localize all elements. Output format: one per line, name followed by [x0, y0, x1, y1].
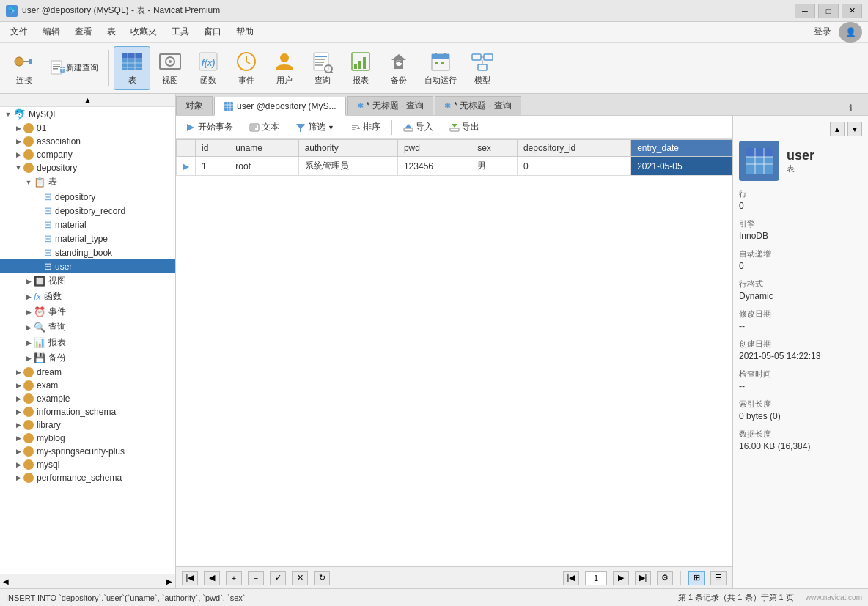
info-icon[interactable]: ℹ [849, 103, 853, 114]
sidebar-item-perf-schema[interactable]: ▶ performance_schema [0, 471, 175, 484]
toolbar-table[interactable]: 表 [114, 46, 150, 90]
sidebar-item-views-folder[interactable]: ▶ 🔲 视图 [0, 273, 175, 289]
nav-add-button[interactable]: + [226, 571, 242, 585]
sidebar-item-tables-folder[interactable]: ▼ 📋 表 [0, 174, 175, 190]
nav-last-page-button[interactable]: ▶| [635, 571, 651, 585]
sidebar-item-depository[interactable]: ▼ depository [0, 161, 175, 174]
cell-sex[interactable]: 男 [471, 157, 518, 176]
sidebar-item-tbl-depository-record[interactable]: ⊞ depository_record [0, 204, 175, 218]
info-scroll-up-button[interactable]: ▲ [830, 122, 845, 136]
sidebar-item-exam[interactable]: ▶ exam [0, 379, 175, 392]
cell-id[interactable]: 1 [196, 157, 229, 176]
sidebar-scroll-up[interactable]: ▲ [0, 94, 175, 107]
cell-authority[interactable]: 系统管理员 [298, 157, 397, 176]
nav-discard-button[interactable]: ✕ [292, 571, 308, 585]
toolbar-query[interactable]: 查询 [304, 46, 341, 90]
nav-page-settings-button[interactable]: ⚙ [657, 571, 673, 585]
menu-edit[interactable]: 编辑 [35, 23, 67, 41]
list-view-button[interactable]: ☰ [710, 571, 727, 585]
sidebar-item-springsecurity[interactable]: ▶ my-springsecurity-plus [0, 445, 175, 458]
sidebar-item-event-folder[interactable]: ▶ ⏰ 事件 [0, 304, 175, 319]
menu-table[interactable]: 表 [100, 23, 123, 41]
cell-entry-date[interactable]: 2021-05-05 [631, 157, 732, 176]
begin-tx-button[interactable]: 开始事务 [179, 118, 240, 136]
sidebar-item-backup-folder[interactable]: ▶ 💾 备份 [0, 350, 175, 366]
sidebar-item-dream[interactable]: ▶ dream [0, 366, 175, 379]
sidebar-arrow-right[interactable]: ▶ [166, 577, 172, 585]
sidebar-label-mysql-db: mysql [37, 459, 59, 470]
menu-favorites[interactable]: 收藏夹 [123, 23, 164, 41]
nav-next-page-button[interactable]: ▶ [613, 571, 629, 585]
sidebar-item-func-folder[interactable]: ▶ fx 函数 [0, 289, 175, 304]
sidebar-item-mysql[interactable]: ▼ 🐬 MySQL [0, 107, 175, 122]
tab-user-table[interactable]: user @depository (MyS... [214, 97, 346, 116]
col-header-uname[interactable]: uname [229, 140, 298, 157]
sidebar-item-library[interactable]: ▶ library [0, 418, 175, 432]
nav-refresh-button[interactable]: ↻ [314, 571, 330, 585]
toolbar-report[interactable]: 报表 [342, 46, 379, 90]
sidebar-item-mysql-db[interactable]: ▶ mysql [0, 458, 175, 471]
menu-help[interactable]: 帮助 [229, 23, 261, 41]
sidebar-item-tbl-material[interactable]: ⊞ material [0, 218, 175, 232]
import-button[interactable]: 导入 [397, 118, 440, 136]
toolbar-user[interactable]: 用户 [266, 46, 303, 90]
sidebar-item-tbl-standing-book[interactable]: ⊞ standing_book [0, 245, 175, 259]
export-button[interactable]: 导出 [443, 118, 486, 136]
tab-scroll-right[interactable]: ⋯ [857, 104, 865, 114]
toolbar-model[interactable]: 模型 [464, 46, 501, 90]
toolbar-backup[interactable]: 备份 [380, 46, 417, 90]
close-button[interactable]: ✕ [842, 4, 862, 18]
page-input[interactable] [585, 571, 607, 585]
import-icon [403, 122, 413, 133]
sidebar-item-report-folder[interactable]: ▶ 📊 报表 [0, 335, 175, 350]
toolbar-new-query[interactable]: + 新建查询 [44, 57, 104, 79]
toolbar-schedule[interactable]: 自动运行 [419, 46, 463, 90]
col-header-id[interactable]: id [196, 140, 229, 157]
toolbar-event[interactable]: 事件 [228, 46, 265, 90]
cell-pwd[interactable]: 123456 [397, 157, 471, 176]
sidebar-item-myblog[interactable]: ▶ myblog [0, 432, 175, 445]
col-header-entry-date[interactable]: entry_date [631, 140, 732, 157]
cell-depository-id[interactable]: 0 [517, 157, 630, 176]
sidebar-item-query-folder[interactable]: ▶ 🔍 查询 [0, 319, 175, 335]
sidebar-item-tbl-user[interactable]: ⊞ user [0, 259, 175, 273]
sidebar-arrow-left[interactable]: ◀ [3, 577, 9, 585]
sidebar-item-company[interactable]: ▶ company [0, 148, 175, 161]
nav-first-button[interactable]: |◀ [182, 571, 198, 585]
nav-confirm-button[interactable]: ✓ [270, 571, 286, 585]
sort-button[interactable]: 排序 [344, 118, 387, 136]
col-header-depository-id[interactable]: depository_id [517, 140, 630, 157]
sidebar-item-tbl-material-type[interactable]: ⊞ material_type [0, 232, 175, 245]
tab-object[interactable]: 对象 [176, 96, 213, 115]
filter-button[interactable]: 筛选 ▼ [289, 118, 341, 136]
tab-query1[interactable]: ✱ * 无标题 - 查询 [347, 96, 434, 115]
nav-prev-button[interactable]: ◀ [204, 571, 220, 585]
col-header-sex[interactable]: sex [471, 140, 518, 157]
text-button[interactable]: 文本 [243, 118, 286, 136]
toolbar-connect[interactable]: 连接 [6, 46, 43, 90]
sidebar-item-example[interactable]: ▶ example [0, 392, 175, 405]
db-icon-infschema [23, 407, 34, 417]
toolbar-function[interactable]: f(x) 函数 [190, 46, 227, 90]
menu-window[interactable]: 窗口 [196, 23, 229, 41]
maximize-button[interactable]: □ [818, 4, 839, 18]
sidebar-item-association[interactable]: ▶ association [0, 135, 175, 148]
login-button[interactable]: 登录 [806, 23, 839, 41]
tab-query2[interactable]: ✱ * 无标题 - 查询 [435, 96, 521, 115]
toolbar-view[interactable]: 视图 [152, 46, 188, 90]
col-header-pwd[interactable]: pwd [397, 140, 471, 157]
nav-first-page-button[interactable]: |◀ [563, 571, 579, 585]
menu-tools[interactable]: 工具 [164, 23, 196, 41]
cell-uname[interactable]: root [229, 157, 298, 176]
menu-file[interactable]: 文件 [3, 23, 35, 41]
grid-view-button[interactable]: ⊞ [688, 571, 705, 585]
sidebar-item-tbl-depository[interactable]: ⊞ depository [0, 190, 175, 204]
svg-point-18 [169, 60, 172, 63]
minimize-button[interactable]: ─ [795, 4, 815, 18]
col-header-authority[interactable]: authority [298, 140, 397, 157]
sidebar-item-01[interactable]: ▶ 01 [0, 122, 175, 135]
info-scroll-down-button[interactable]: ▼ [847, 122, 862, 136]
menu-view[interactable]: 查看 [67, 23, 100, 41]
nav-delete-button[interactable]: − [248, 571, 264, 585]
sidebar-item-information-schema[interactable]: ▶ information_schema [0, 405, 175, 418]
